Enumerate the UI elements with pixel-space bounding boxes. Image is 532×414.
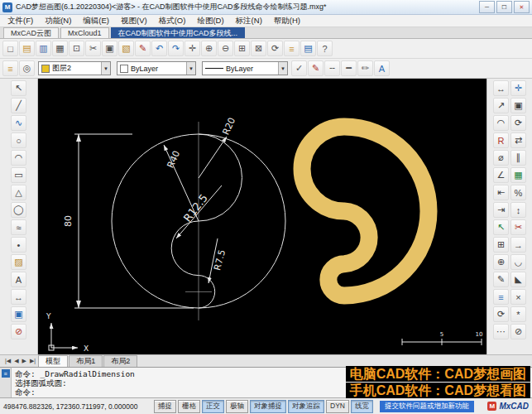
modify-tool-icon[interactable]: ✛	[510, 80, 526, 96]
modify-tool-icon[interactable]: →	[510, 237, 526, 253]
document-tab[interactable]: 在CAD制图软件中使用CAD多段线...	[111, 27, 246, 38]
toolbar-icon[interactable]: ╌	[324, 60, 340, 76]
toolbar-icon[interactable]: ≡	[284, 41, 300, 56]
modify-tool-icon[interactable]: ↕	[510, 202, 526, 218]
color-dropdown[interactable]: ByLayer ▼	[117, 61, 196, 75]
draw-tool-icon[interactable]: ↖	[11, 80, 26, 96]
layout-tab[interactable]: 布局2	[103, 355, 137, 367]
toolbar-icon[interactable]: ⊕	[201, 41, 217, 56]
modify-tool-icon[interactable]: ✂	[510, 219, 526, 235]
draw-tool-icon[interactable]: ≈	[11, 219, 26, 235]
draw-tool-icon[interactable]: ∿	[11, 115, 26, 131]
status-toggle[interactable]: 正交	[202, 400, 224, 413]
toolbar-icon[interactable]: ◎	[19, 60, 35, 76]
linetype-dropdown[interactable]: ByLayer ▼	[202, 61, 288, 75]
status-toggle[interactable]: 栅格	[178, 400, 200, 413]
draw-tool-icon[interactable]: ◯	[11, 202, 26, 218]
menu-item[interactable]: 编辑(E)	[77, 15, 115, 26]
toolbar-icon[interactable]: ⊡	[69, 41, 84, 56]
command-panel-icon[interactable]: ≡	[2, 369, 10, 378]
layout-nav-arrow[interactable]: ◀	[12, 358, 20, 364]
dimension-tool-icon[interactable]: ≡	[493, 289, 509, 305]
modify-tool-icon[interactable]: ⟳	[510, 115, 526, 131]
toolbar-icon[interactable]: ↷	[168, 41, 184, 56]
toolbar-icon[interactable]: ━	[341, 60, 357, 76]
dimension-tool-icon[interactable]: ⇥	[493, 202, 509, 218]
document-tab[interactable]: MxCloud1	[60, 27, 109, 38]
status-toggle[interactable]: 捕捉	[154, 400, 176, 413]
modify-tool-icon[interactable]: ◣	[510, 272, 526, 287]
toolbar-icon[interactable]: ▤	[300, 41, 316, 56]
draw-tool-icon[interactable]: ▭	[11, 167, 26, 183]
toolbar-icon[interactable]: ↶	[151, 41, 167, 56]
modify-tool-icon[interactable]: ▣	[510, 98, 526, 113]
toolbar-icon[interactable]: ≡	[2, 60, 18, 76]
draw-tool-icon[interactable]: ○	[11, 132, 26, 148]
toolbar-icon[interactable]: ▣	[102, 41, 117, 56]
draw-tool-icon[interactable]: ◠	[11, 150, 26, 166]
dimension-tool-icon[interactable]: R	[493, 132, 509, 148]
dimension-tool-icon[interactable]: ↔	[493, 80, 509, 96]
feedback-button[interactable]: 提交软件问题或增加新功能	[380, 401, 474, 412]
toolbar-icon[interactable]: ▦	[52, 41, 68, 56]
draw-tool-icon[interactable]: A	[11, 272, 26, 287]
dimension-tool-icon[interactable]: ⟳	[493, 306, 509, 322]
toolbar-icon[interactable]: A	[374, 60, 390, 76]
dimension-tool-icon[interactable]: ✎	[493, 272, 509, 287]
drawing-canvas[interactable]: 80 R40 R20 R12.5 R7.5 Y X 5 10	[38, 79, 486, 354]
status-toggle[interactable]: DYN	[326, 400, 349, 413]
modify-tool-icon[interactable]: *	[510, 306, 526, 322]
layout-nav-arrow[interactable]: ▶|	[28, 358, 37, 364]
draw-tool-icon[interactable]: ⊘	[11, 324, 26, 339]
layout-tab[interactable]: 模型	[38, 355, 68, 367]
modify-tool-icon[interactable]: ×	[510, 289, 526, 305]
dimension-tool-icon[interactable]: ⊞	[493, 237, 509, 253]
close-button[interactable]: ✕	[514, 1, 530, 13]
toolbar-icon[interactable]: ✏	[357, 60, 373, 76]
layer-dropdown[interactable]: 图层2 ▼	[38, 61, 111, 75]
status-toggle[interactable]: 线宽	[351, 400, 373, 413]
menu-item[interactable]: 格式(O)	[153, 15, 192, 26]
toolbar-icon[interactable]: ✎	[308, 60, 324, 76]
toolbar-icon[interactable]: ✛	[185, 41, 200, 56]
toolbar-icon[interactable]: ⟳	[267, 41, 283, 56]
dimension-tool-icon[interactable]: ⊕	[493, 254, 509, 270]
toolbar-icon[interactable]: ⊖	[218, 41, 233, 56]
draw-tool-icon[interactable]: ▨	[11, 254, 26, 270]
toolbar-icon[interactable]: ⊠	[251, 41, 266, 56]
dimension-tool-icon[interactable]: ↗	[493, 98, 509, 113]
status-toggle[interactable]: 对象捕捉	[250, 400, 286, 413]
toolbar-icon[interactable]: ?	[317, 41, 333, 56]
draw-tool-icon[interactable]: ▣	[11, 306, 26, 322]
toolbar-icon[interactable]: ⊞	[234, 41, 250, 56]
layout-tab[interactable]: 布局1	[69, 355, 103, 367]
toolbar-icon[interactable]: ✎	[135, 41, 151, 56]
toolbar-icon[interactable]: ▥	[36, 41, 51, 56]
menu-item[interactable]: 文件(F)	[2, 15, 39, 26]
modify-tool-icon[interactable]: ◡	[510, 254, 526, 270]
dim-r20-line[interactable]	[199, 137, 227, 178]
draw-tool-icon[interactable]: △	[11, 185, 26, 200]
toolbar-icon[interactable]: ▤	[19, 41, 35, 56]
modify-tool-icon[interactable]: ⊘	[510, 324, 526, 339]
modify-tool-icon[interactable]: %	[510, 185, 526, 200]
layout-nav-arrow[interactable]: ▶	[21, 358, 28, 364]
draw-tool-icon[interactable]: ╱	[11, 98, 26, 113]
dimension-tool-icon[interactable]: ⌀	[493, 150, 509, 166]
dimension-tool-icon[interactable]: ⋯	[493, 324, 509, 339]
toolbar-icon[interactable]: ▧	[118, 41, 134, 56]
layout-nav-arrow[interactable]: |◀	[3, 358, 12, 364]
menu-item[interactable]: 视图(V)	[115, 15, 153, 26]
modify-tool-icon[interactable]: ▦	[510, 167, 526, 183]
menu-item[interactable]: 绘图(D)	[191, 15, 229, 26]
minimize-button[interactable]: ─	[479, 1, 495, 13]
dimension-tool-icon[interactable]: ↖	[493, 219, 509, 235]
toolbar-icon[interactable]: ✂	[85, 41, 101, 56]
dimension-tool-icon[interactable]: ∠	[493, 167, 509, 183]
menu-item[interactable]: 功能(N)	[39, 15, 77, 26]
dimension-tool-icon[interactable]: ◠	[493, 115, 509, 131]
menu-item[interactable]: 标注(N)	[230, 15, 268, 26]
modify-tool-icon[interactable]: ⇄	[510, 132, 526, 148]
draw-tool-icon[interactable]: •	[11, 237, 26, 253]
maximize-button[interactable]: ☐	[496, 1, 512, 13]
